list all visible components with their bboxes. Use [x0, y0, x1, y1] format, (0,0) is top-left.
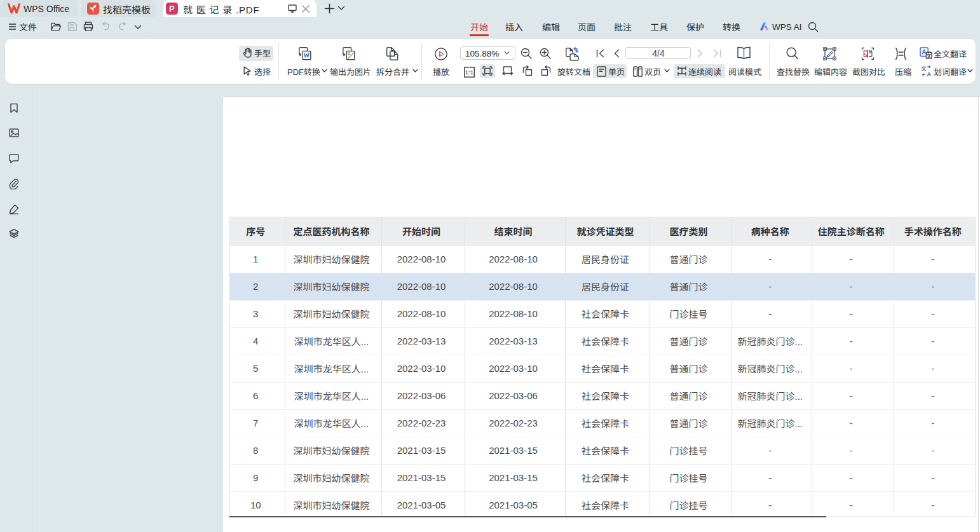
svg-text:A: A: [927, 71, 931, 77]
svg-text:1:1: 1:1: [465, 69, 473, 76]
svg-text:P: P: [169, 4, 174, 13]
svg-text:文: 文: [921, 65, 927, 72]
